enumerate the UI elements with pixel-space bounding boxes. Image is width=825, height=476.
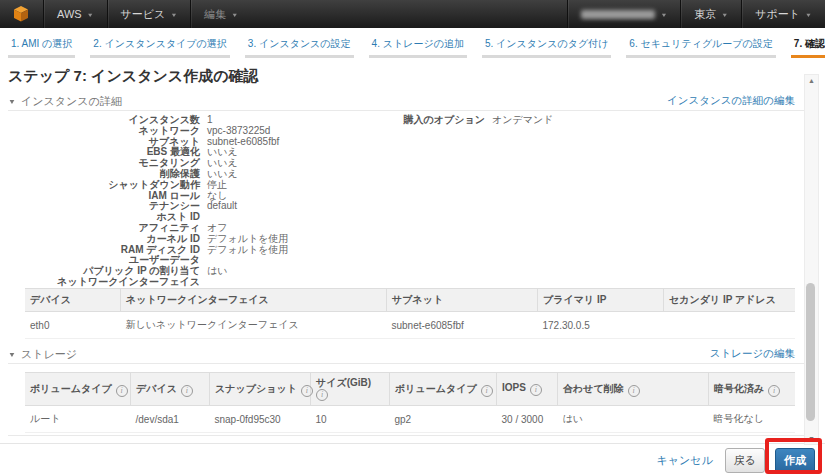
scroll-down-arrow-icon[interactable]: ▼ <box>805 433 818 444</box>
edit-instance-details-link[interactable]: インスタンスの詳細の編集 <box>667 94 795 108</box>
column-header: ボリュームタイプi <box>25 373 131 406</box>
column-label: 合わせて削除 <box>563 383 624 394</box>
collapse-triangle-icon[interactable]: ▼ <box>8 97 16 105</box>
support-menu[interactable]: サポート ▼ <box>742 0 825 28</box>
detail-row: シャットダウン動作停止 <box>25 180 288 191</box>
column-header: 合わせて削除i <box>558 373 709 406</box>
table-header-row: デバイスネットワークインターフェイスサブネットプライマリ IPセカンダリ IP … <box>25 289 795 312</box>
column-header: ボリュームタイプi <box>390 373 497 406</box>
top-nav-bar: AWS▼サービス▼編集▼ ▼ 東京 ▼ サポート ▼ <box>0 0 825 28</box>
cell: 10 <box>311 406 390 433</box>
step-tabs: 1. AMI の選択2. インスタンスタイプの選択3. インスタンスの設定4. … <box>0 28 825 58</box>
column-header-content: 合わせて削除i <box>563 383 640 394</box>
detail-value: default <box>207 201 237 212</box>
detail-label: 購入のオプション <box>345 115 485 126</box>
cell: 新しいネットワークインターフェイス <box>121 312 387 339</box>
column-header-content: スナップショットi <box>215 383 313 394</box>
info-icon[interactable]: i <box>316 389 328 401</box>
detail-value: デフォルトを使用 <box>207 245 288 256</box>
section-title[interactable]: インスタンスの詳細 <box>21 94 122 109</box>
network-interfaces-table: デバイスネットワークインターフェイスサブネットプライマリ IPセカンダリ IP … <box>25 288 795 339</box>
info-icon[interactable]: i <box>768 385 780 397</box>
detail-label: シャットダウン動作 <box>25 180 200 191</box>
column-label: IOPS <box>502 382 526 393</box>
masked-username <box>581 10 655 19</box>
column-header: デバイス <box>25 289 121 312</box>
column-header: プライマリ IP <box>538 289 664 312</box>
info-icon[interactable]: i <box>530 384 542 396</box>
chevron-down-icon: ▼ <box>721 11 728 17</box>
table-header-row: ボリュームタイプiデバイスiスナップショットiサイズ(GiB)iボリュームタイプ… <box>25 373 795 406</box>
column-header: サイズ(GiB)i <box>311 373 390 406</box>
menu-services[interactable]: サービス▼ <box>108 0 191 28</box>
chevron-down-icon: ▼ <box>231 11 238 17</box>
cell: /dev/sda1 <box>131 406 210 433</box>
section-title[interactable]: ストレージ <box>21 347 77 362</box>
vertical-scrollbar[interactable]: ▲ ▼ <box>804 74 819 445</box>
menu-aws[interactable]: AWS▼ <box>44 0 107 28</box>
column-label: ボリュームタイプ <box>395 383 477 394</box>
step-tab-1[interactable]: 1. AMI の選択 <box>8 35 75 58</box>
column-header: スナップショットi <box>210 373 311 406</box>
cell <box>664 312 796 339</box>
menu-label: AWS <box>57 8 82 20</box>
step-tab-4[interactable]: 4. ストレージの追加 <box>369 35 467 58</box>
region-label: 東京 <box>694 7 716 22</box>
user-menu[interactable]: ▼ <box>568 0 680 28</box>
column-header: サブネット <box>387 289 538 312</box>
info-icon[interactable]: i <box>481 385 493 397</box>
instance-details-panel: インスタンス数1ネットワークvpc-3873225dサブネットsubnet-e6… <box>0 115 825 288</box>
column-header-content: サイズ(GiB)i <box>316 377 384 401</box>
info-icon[interactable]: i <box>181 385 193 397</box>
section-storage: ▼ ストレージ ストレージの編集 <box>8 346 817 364</box>
edit-storage-link[interactable]: ストレージの編集 <box>710 347 795 361</box>
column-header-content: ボリュームタイプi <box>30 383 128 394</box>
region-menu[interactable]: 東京 ▼ <box>681 0 741 28</box>
cell: ルート <box>25 406 131 433</box>
info-icon[interactable]: i <box>116 385 128 397</box>
step-tab-6[interactable]: 6. セキュリティグループの設定 <box>626 35 775 58</box>
menu-edit[interactable]: 編集▼ <box>191 0 251 28</box>
back-button[interactable]: 戻る <box>725 448 765 473</box>
column-label: サイズ(GiB) <box>316 377 384 389</box>
detail-row: ネットワークvpc-3873225d <box>25 126 288 137</box>
detail-value: デフォルトを使用 <box>207 234 288 245</box>
cell: eth0 <box>25 312 121 339</box>
detail-label: カーネル ID <box>25 234 200 245</box>
support-label: サポート <box>755 7 800 22</box>
column-header-content: 暗号化済みi <box>714 383 780 394</box>
detail-row: ネットワークインターフェイス <box>25 277 288 288</box>
info-icon[interactable]: i <box>301 385 313 397</box>
aws-logo[interactable] <box>0 5 43 23</box>
section-instance-details: ▼ インスタンスの詳細 インスタンスの詳細の編集 <box>8 93 817 111</box>
scroll-up-arrow-icon[interactable]: ▲ <box>805 75 818 86</box>
detail-value: オンデマンド <box>492 115 553 126</box>
collapse-triangle-icon[interactable]: ▼ <box>8 350 16 358</box>
menu-label: サービス <box>121 7 166 22</box>
column-header: セカンダリ IP アドレス <box>664 289 796 312</box>
column-header: 暗号化済みi <box>709 373 796 406</box>
info-icon[interactable]: i <box>628 385 640 397</box>
step-tab-7[interactable]: 7. 確認 <box>791 35 825 58</box>
instance-details-list: インスタンス数1ネットワークvpc-3873225dサブネットsubnet-e6… <box>25 115 288 288</box>
scrollbar-thumb[interactable] <box>806 283 815 421</box>
detail-value: 停止 <box>207 180 227 191</box>
chevron-down-icon: ▼ <box>660 11 667 17</box>
cell: 172.30.0.5 <box>538 312 664 339</box>
create-button[interactable]: 作成 <box>775 448 815 473</box>
step-tab-2[interactable]: 2. インスタンスタイプの選択 <box>90 35 229 58</box>
column-label: ボリュームタイプ <box>30 383 112 394</box>
cell: 暗号化なし <box>709 406 796 433</box>
cell: subnet-e6085fbf <box>387 312 538 339</box>
cancel-link[interactable]: キャンセル <box>656 453 712 468</box>
column-header-content: デバイスi <box>136 383 193 394</box>
column-label: スナップショット <box>215 383 297 394</box>
step-tab-3[interactable]: 3. インスタンスの設定 <box>245 35 354 58</box>
table-row: eth0新しいネットワークインターフェイスsubnet-e6085fbf172.… <box>25 312 795 339</box>
column-label: デバイス <box>136 383 177 394</box>
step-tab-5[interactable]: 5. インスタンスのタグ付け <box>482 35 611 58</box>
detail-label: ネットワーク <box>25 126 200 137</box>
table-row: ルート/dev/sda1snap-0fd95c3010gp230 / 3000は… <box>25 406 795 433</box>
chevron-down-icon: ▼ <box>805 11 812 17</box>
detail-label: ネットワークインターフェイス <box>25 277 200 288</box>
